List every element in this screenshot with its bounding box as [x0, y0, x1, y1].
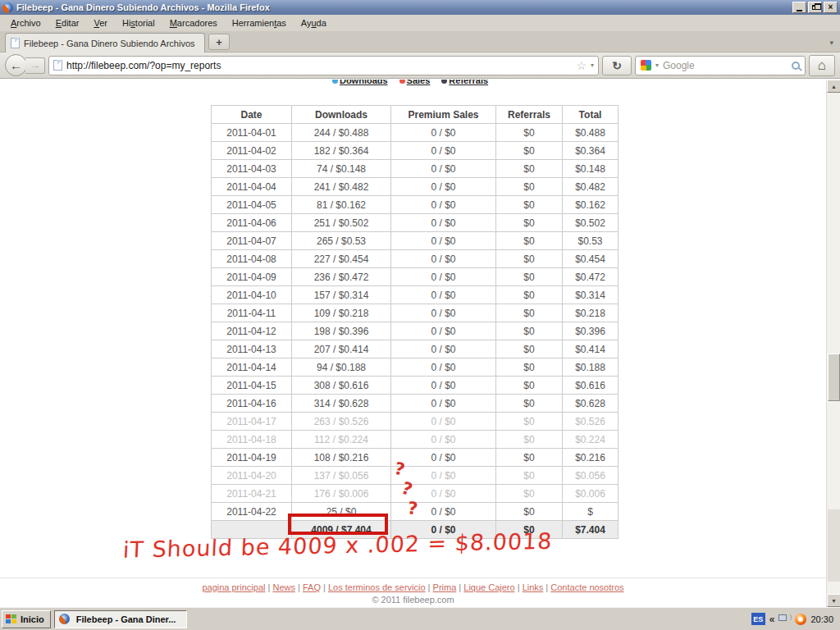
url-input[interactable]: http://filebeep.com/?op=my_reports	[66, 60, 572, 71]
table-cell: $0.364	[563, 142, 619, 160]
network-audio-icon[interactable]: )	[778, 614, 791, 624]
table-cell: 81 / $0.162	[292, 196, 391, 214]
table-cell: $0.218	[563, 304, 619, 322]
search-icon[interactable]	[792, 62, 800, 70]
page-content: DownloadsSalesReferrals DateDownloadsPre…	[0, 80, 840, 607]
legend-dot-icon	[441, 80, 447, 84]
table-row: 2011-04-0374 / $0.1480 / $0$0$0.148	[212, 160, 619, 178]
restore-button[interactable]	[808, 2, 822, 13]
tray-collapse-icon[interactable]: «	[769, 614, 775, 625]
table-cell: $0	[496, 503, 563, 521]
table-row: 2011-04-13207 / $0.4140 / $0$0$0.414	[212, 340, 619, 358]
menu-item[interactable]: Historial	[115, 16, 162, 30]
table-cell: 2011-04-15	[212, 377, 292, 395]
search-input[interactable]: Google	[663, 60, 788, 71]
table-cell: 2011-04-09	[212, 268, 292, 286]
window-titlebar: Filebeep - Gana Dinero Subiendo Archivos…	[0, 0, 840, 15]
menu-item[interactable]: Archivo	[3, 16, 48, 30]
bookmark-star-icon[interactable]: ☆	[576, 59, 587, 72]
table-cell: $0.148	[563, 160, 619, 178]
tray-app-icon[interactable]	[795, 614, 806, 625]
vertical-scrollbar[interactable]: ▲ ▼	[826, 80, 840, 607]
taskbar-task-filebeep[interactable]: Filebeep - Gana Diner...	[54, 610, 187, 628]
navigation-toolbar: ← → http://filebeep.com/?op=my_reports ☆…	[0, 52, 840, 79]
footer-link[interactable]: pagina principal	[202, 582, 265, 592]
menu-item[interactable]: Marcadores	[162, 16, 225, 30]
bookmark-dropdown-icon[interactable]: ▾	[591, 62, 594, 69]
new-tab-button[interactable]: +	[208, 34, 230, 50]
table-cell: $0	[496, 160, 563, 178]
table-row: 2011-04-01244 / $0.4880 / $0$0$0.488	[212, 124, 619, 142]
footer-link[interactable]: News	[272, 582, 295, 592]
close-button[interactable]: ×	[824, 2, 838, 13]
table-cell: $0	[496, 214, 563, 232]
table-row: 2011-04-15308 / $0.6160 / $0$0$0.616	[212, 377, 619, 395]
table-cell: $0	[496, 250, 563, 268]
footer-link[interactable]: Contacte nosotros	[550, 582, 623, 592]
legend-dot-icon	[399, 80, 405, 84]
scroll-down-button[interactable]: ▼	[827, 594, 840, 607]
table-cell: 94 / $0.188	[292, 358, 391, 377]
menu-item[interactable]: Editar	[48, 16, 87, 30]
column-header: Referrals	[496, 106, 563, 124]
table-cell: $0.482	[563, 178, 619, 196]
footer-link[interactable]: Lique Cajero	[463, 582, 514, 592]
table-cell: $0	[496, 413, 563, 431]
footer-link[interactable]: Prima	[433, 582, 457, 592]
menu-item[interactable]: Herramientas	[225, 16, 294, 30]
footer-link[interactable]: FAQ	[303, 582, 321, 592]
table-cell: $0	[496, 196, 563, 214]
table-cell: $0	[496, 431, 563, 449]
system-tray: ES « ) 20:30	[746, 610, 838, 628]
tab-list-dropdown-icon[interactable]: ▾	[829, 39, 833, 47]
scrollbar-thumb[interactable]	[828, 354, 840, 401]
table-cell: 2011-04-12	[212, 322, 292, 340]
back-button[interactable]: ←	[5, 54, 27, 76]
page-icon	[11, 38, 20, 48]
search-engine-dropdown-icon[interactable]: ▾	[655, 62, 659, 69]
table-cell: 0 / $0	[391, 250, 496, 268]
table-cell: 2011-04-01	[212, 124, 292, 142]
legend-label: Sales	[407, 80, 431, 85]
table-cell: 2011-04-19	[212, 449, 292, 467]
table-cell: 0 / $0	[391, 377, 496, 395]
table-cell: 2011-04-21	[212, 485, 292, 503]
table-cell: $0.53	[563, 232, 619, 250]
legend-item[interactable]: Sales	[399, 80, 431, 85]
task-label: Filebeep - Gana Diner...	[76, 614, 176, 624]
table-cell: 265 / $0.53	[292, 232, 391, 250]
forward-button[interactable]: →	[25, 57, 45, 74]
scroll-up-button[interactable]: ▲	[827, 80, 840, 93]
table-cell: 308 / $0.616	[292, 377, 391, 395]
search-box[interactable]: ▾ Google	[635, 56, 806, 75]
table-cell: 0 / $0	[391, 196, 496, 214]
table-cell: 0 / $0	[391, 304, 496, 322]
table-cell: $0.526	[563, 413, 619, 431]
table-cell: $0	[496, 467, 563, 485]
legend-item[interactable]: Referrals	[441, 80, 488, 85]
tab-filebeep[interactable]: Filebeep - Gana Dinero Subiendo Archivos	[5, 33, 205, 52]
menu-item[interactable]: Ayuda	[294, 16, 334, 30]
footer-link[interactable]: Los terminos de servicio	[328, 582, 426, 592]
minimize-button[interactable]	[792, 2, 806, 13]
firefox-window: Filebeep - Gana Dinero Subiendo Archivos…	[0, 0, 840, 630]
home-button[interactable]: ⌂	[809, 55, 835, 76]
table-row: 2011-04-19108 / $0.2160 / $0$0$0.216	[212, 449, 619, 467]
column-header: Total	[563, 106, 619, 124]
table-body: 2011-04-01244 / $0.4880 / $0$0$0.4882011…	[212, 124, 619, 521]
tab-strip: Filebeep - Gana Dinero Subiendo Archivos…	[0, 31, 840, 52]
table-cell: 0 / $0	[391, 340, 496, 358]
table-cell: $0	[496, 178, 563, 196]
url-bar[interactable]: http://filebeep.com/?op=my_reports ☆ ▾	[48, 56, 599, 75]
footer-link[interactable]: Links	[523, 582, 544, 592]
column-header: Date	[212, 106, 292, 124]
start-button[interactable]: Inicio	[2, 610, 51, 628]
legend-item[interactable]: Downloads	[332, 80, 388, 85]
table-cell: 2011-04-03	[212, 160, 292, 178]
table-cell: 2011-04-22	[212, 503, 292, 521]
table-cell: $0.056	[563, 467, 619, 485]
reload-button[interactable]: ↻	[602, 56, 632, 75]
menu-item[interactable]: Ver	[86, 16, 115, 30]
table-row: 2011-04-16314 / $0.6280 / $0$0$0.628	[212, 395, 619, 413]
language-indicator[interactable]: ES	[751, 613, 765, 625]
